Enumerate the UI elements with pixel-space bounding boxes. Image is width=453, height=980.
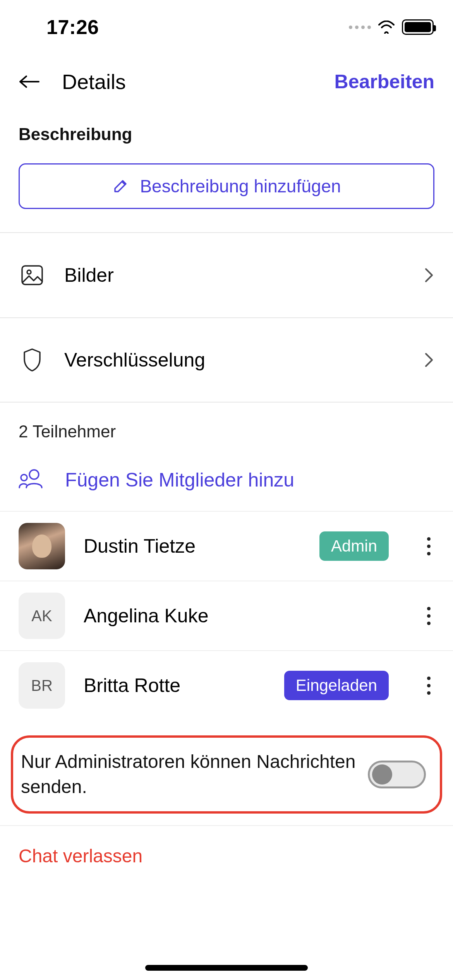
toggle-knob [372,764,392,785]
page-title: Details [62,70,335,94]
wifi-icon [378,21,395,34]
member-row[interactable]: AKAngelina Kuke [0,581,453,650]
more-options-button[interactable] [423,677,434,695]
admin-badge: Admin [319,531,389,561]
status-bar: 17:26 [0,0,453,54]
admin-only-label: Nur Administratoren können Nachrichten s… [21,749,356,800]
cellular-dots-icon [349,26,371,29]
shield-icon [19,348,46,372]
add-description-button[interactable]: Beschreibung hinzufügen [19,163,434,209]
encryption-label: Verschlüsselung [64,349,424,371]
member-name: Angelina Kuke [84,605,389,627]
status-indicators [349,19,434,35]
member-name: Britta Rotte [84,674,266,697]
chevron-right-icon [424,267,434,284]
encryption-row[interactable]: Verschlüsselung [0,317,453,403]
add-members-button[interactable]: Fügen Sie Mitglieder hinzu [0,453,453,511]
avatar: BR [19,662,65,709]
member-name: Dustin Tietze [84,535,301,557]
edit-button[interactable]: Bearbeiten [335,70,434,93]
participants-count: 2 Teilnehmer [0,403,453,453]
leave-chat-button[interactable]: Chat verlassen [0,826,453,886]
svg-point-3 [21,475,27,481]
image-icon [19,264,46,286]
battery-icon [402,19,434,35]
avatar [19,523,65,569]
pencil-icon [112,178,129,195]
home-indicator[interactable] [145,965,308,971]
svg-rect-0 [22,266,42,284]
settings-list: Bilder Verschlüsselung [0,232,453,403]
member-row[interactable]: Dustin TietzeAdmin [0,511,453,581]
more-options-button[interactable] [423,537,434,555]
description-section-label: Beschreibung [0,109,453,156]
more-options-button[interactable] [423,607,434,625]
nav-bar: Details Bearbeiten [0,54,453,109]
status-time: 17:26 [46,15,99,39]
add-members-label: Fügen Sie Mitglieder hinzu [65,469,294,491]
add-description-label: Beschreibung hinzufügen [140,176,341,197]
svg-point-1 [27,270,31,274]
admin-only-toggle[interactable] [368,761,426,788]
people-plus-icon [19,468,46,492]
svg-point-2 [29,470,39,479]
member-row[interactable]: BRBritta RotteEingeladen [0,650,453,720]
admin-only-send-setting: Nur Administratoren können Nachrichten s… [11,735,442,814]
chevron-right-icon [424,351,434,368]
avatar: AK [19,593,65,639]
images-label: Bilder [64,264,424,286]
invited-badge: Eingeladen [284,671,389,700]
images-row[interactable]: Bilder [0,232,453,317]
back-button[interactable] [19,74,42,89]
